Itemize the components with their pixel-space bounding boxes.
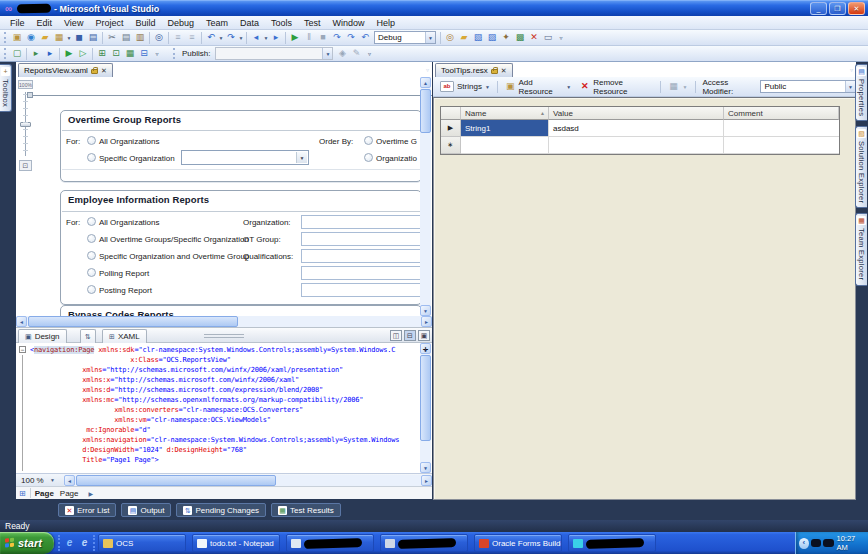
close-button[interactable]: ✕ bbox=[848, 2, 865, 15]
tab-design-view[interactable]: ▣ Design bbox=[18, 329, 67, 343]
report-option-3-radio[interactable] bbox=[87, 268, 96, 277]
redo-icon[interactable]: ↷ bbox=[225, 31, 238, 44]
minimize-button[interactable]: _ bbox=[810, 2, 827, 15]
xaml-designer-surface[interactable]: 100% ⊡ Overtime Group ReportsFor:All Org… bbox=[16, 77, 432, 316]
split-horizontal-button[interactable]: ⊟ bbox=[404, 330, 416, 341]
report-option-2-radio[interactable] bbox=[87, 251, 96, 260]
xaml-code-editor[interactable]: <navigation:Page xmlns:sdk="clr-namespac… bbox=[16, 343, 432, 473]
menu-help[interactable]: Help bbox=[371, 17, 402, 29]
taskbar-button-todo-txt-notepad[interactable]: todo.txt - Notepad bbox=[192, 534, 280, 552]
collapse-pane-button[interactable]: ▣ bbox=[418, 330, 430, 341]
object-browser-icon[interactable]: ✦ bbox=[500, 31, 513, 44]
breadcrumb-item-0[interactable]: Page bbox=[35, 489, 54, 498]
toolbar-overflow-icon[interactable]: ▿ bbox=[365, 50, 373, 57]
find-icon[interactable]: ◎ bbox=[153, 31, 166, 44]
scroll-down-icon[interactable]: ▼ bbox=[420, 462, 431, 473]
panel-tab-pending-changes[interactable]: ⇅Pending Changes bbox=[176, 503, 266, 517]
step-into-icon[interactable]: ↷ bbox=[331, 31, 344, 44]
server-explorer-icon[interactable]: ⊟ bbox=[138, 47, 151, 60]
copy-icon[interactable]: ▤ bbox=[120, 31, 133, 44]
taskbar-button-redacted[interactable] bbox=[286, 534, 374, 552]
combo-dropdown-icon[interactable]: ▼ bbox=[425, 32, 435, 43]
cell-name[interactable] bbox=[461, 137, 549, 154]
menu-view[interactable]: View bbox=[58, 17, 89, 29]
navigate-forward-icon[interactable]: ▸ bbox=[270, 31, 283, 44]
taskbar-button-redacted[interactable] bbox=[568, 534, 656, 552]
scroll-up-icon[interactable]: ▲ bbox=[420, 77, 431, 88]
field-textbox-4[interactable] bbox=[301, 283, 421, 297]
designer-zoom-label[interactable]: 100% bbox=[18, 80, 33, 89]
cell-value[interactable] bbox=[549, 137, 724, 154]
designer-vertical-scrollbar[interactable]: ▲▼ bbox=[420, 77, 431, 316]
add-new-item-icon[interactable]: ◉ bbox=[25, 31, 38, 44]
tab-reportsview-xaml[interactable]: ReportsView.xaml ✕ bbox=[18, 63, 113, 77]
sidebar-tab-properties[interactable]: ▤Properties bbox=[855, 64, 867, 121]
menu-tools[interactable]: Tools bbox=[265, 17, 298, 29]
panel-tab-output[interactable]: ▤Output bbox=[121, 503, 171, 517]
restore-button[interactable]: ❐ bbox=[829, 2, 846, 15]
scroll-left-icon[interactable]: ◄ bbox=[16, 316, 27, 327]
indent-icon[interactable]: ≡ bbox=[172, 31, 185, 44]
panel-tab-error-list[interactable]: ✕Error List bbox=[58, 503, 116, 517]
start-debugging-icon[interactable]: ▶ bbox=[289, 31, 302, 44]
open-containing-folder-icon[interactable]: ▰ bbox=[458, 31, 471, 44]
report-option-4-radio[interactable] bbox=[87, 285, 96, 294]
breadcrumb-item-1[interactable]: Page bbox=[60, 489, 79, 498]
scroll-right-icon[interactable]: ► bbox=[421, 316, 432, 327]
publish-icon[interactable]: ◈ bbox=[336, 47, 349, 60]
page-selection-handle[interactable] bbox=[27, 92, 33, 98]
designer-horizontal-scrollbar[interactable]: ◄► bbox=[16, 316, 432, 327]
taskbar-button-oracle-forms-builder-[interactable]: Oracle Forms Builder ... bbox=[474, 534, 562, 552]
all-organizations-radio[interactable] bbox=[87, 136, 96, 145]
scrollbar-thumb[interactable] bbox=[28, 316, 238, 327]
debug-tests-icon[interactable]: ▸ bbox=[44, 47, 57, 60]
toolbar-overflow-icon[interactable]: ▿ bbox=[153, 50, 161, 57]
menu-team[interactable]: Team bbox=[200, 17, 234, 29]
tab-tooltips-resx[interactable]: ToolTips.resx ✕ bbox=[435, 63, 513, 77]
tab-xaml-view[interactable]: ⊞ XAML bbox=[102, 329, 147, 343]
error-list-icon[interactable]: ✕ bbox=[528, 31, 541, 44]
string-types-button[interactable]: ab Strings ▼ bbox=[437, 80, 493, 93]
organization-combo[interactable]: ▼ bbox=[181, 150, 309, 165]
publish-profile-combo[interactable]: ▼ bbox=[215, 47, 333, 60]
document-list-dropdown-icon[interactable]: ▿ bbox=[426, 66, 429, 73]
fold-collapse-icon[interactable]: − bbox=[19, 346, 26, 353]
immediate-window-icon[interactable]: ▭ bbox=[542, 31, 555, 44]
current-row-indicator[interactable]: ▶ bbox=[441, 120, 461, 137]
order-overtime-group-radio[interactable] bbox=[364, 136, 373, 145]
sidebar-tab-solution-explorer[interactable]: ▧Solution Explorer bbox=[855, 126, 867, 208]
scroll-down-icon[interactable]: ▼ bbox=[420, 305, 431, 316]
new-test-icon[interactable]: ▶ bbox=[63, 47, 76, 60]
report-option-1-radio[interactable] bbox=[87, 234, 96, 243]
menu-edit[interactable]: Edit bbox=[31, 17, 59, 29]
split-vertical-button[interactable]: ◫ bbox=[390, 330, 402, 341]
new-row-indicator[interactable]: ∗ bbox=[441, 137, 461, 154]
report-option-0-radio[interactable] bbox=[87, 217, 96, 226]
save-as-icon[interactable]: ▦ bbox=[53, 31, 66, 44]
toolbar-overflow-icon[interactable]: ▿ bbox=[557, 34, 565, 41]
toolbar-grip[interactable] bbox=[4, 48, 8, 59]
menu-test[interactable]: Test bbox=[298, 17, 327, 29]
cell-value[interactable]: asdasd bbox=[549, 120, 724, 137]
access-modifier-combo[interactable]: Public ▼ bbox=[760, 80, 856, 93]
start-button[interactable]: start bbox=[0, 532, 54, 554]
code-vertical-scrollbar[interactable]: ▲▼ bbox=[420, 343, 431, 473]
new-project-icon[interactable]: ▣ bbox=[11, 31, 24, 44]
cell-comment[interactable] bbox=[724, 137, 839, 154]
undo-icon[interactable]: ↶ bbox=[205, 31, 218, 44]
scrollbar-thumb[interactable] bbox=[420, 89, 431, 133]
menu-debug[interactable]: Debug bbox=[161, 17, 200, 29]
cut-icon[interactable]: ✂ bbox=[106, 31, 119, 44]
toolbar-grip[interactable] bbox=[4, 32, 8, 43]
order-organization-radio[interactable] bbox=[364, 153, 373, 162]
menu-project[interactable]: Project bbox=[89, 17, 129, 29]
field-textbox-0[interactable] bbox=[301, 215, 421, 229]
taskbar-button-redacted[interactable] bbox=[380, 534, 468, 552]
editor-zoom-dropdown-icon[interactable]: ▼ bbox=[50, 477, 55, 483]
panel-tab-test-results[interactable]: ▦Test Results bbox=[271, 503, 341, 517]
taskbar-button-ocs[interactable]: OCS bbox=[98, 534, 186, 552]
toolbar-grip[interactable] bbox=[173, 48, 177, 59]
step-over-icon[interactable]: ↷ bbox=[345, 31, 358, 44]
save-all-icon[interactable]: ▤ bbox=[87, 31, 100, 44]
scrollbar-thumb[interactable] bbox=[76, 475, 276, 486]
